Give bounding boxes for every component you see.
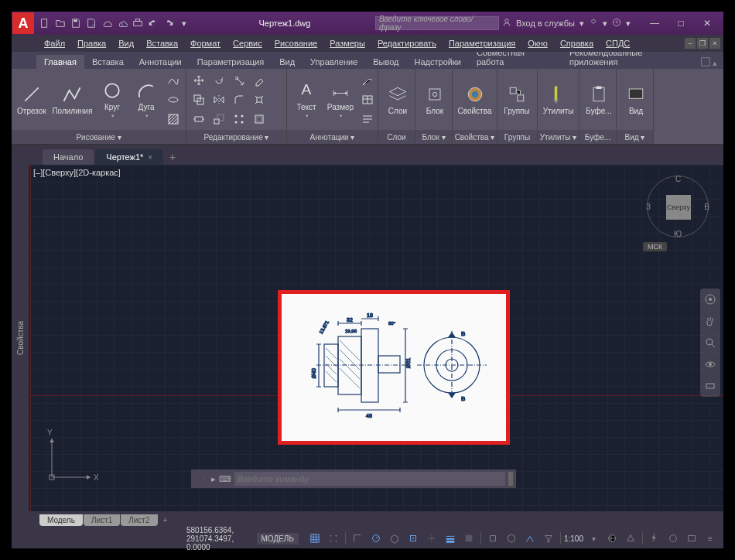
dynamic-ucs-icon[interactable] — [521, 531, 538, 546]
command-line[interactable]: ⋮⋮ ▸ ⌨ — [191, 470, 516, 488]
otrack-icon[interactable] — [423, 531, 440, 546]
selection-filter-icon[interactable] — [540, 531, 557, 546]
menu-dim[interactable]: Размеры — [323, 39, 371, 48]
tab-view[interactable]: Вид — [272, 55, 303, 69]
menu-format[interactable]: Формат — [184, 39, 227, 48]
leader-icon[interactable] — [358, 71, 377, 90]
add-layout-button[interactable]: + — [159, 516, 173, 524]
drawing-canvas[interactable]: [–][Сверху][2D-каркас] С Ю З В Сверху МС… — [29, 165, 723, 511]
tab-layout1[interactable]: Лист1 — [84, 514, 120, 526]
panel-utils-label[interactable]: Утилиты ▾ — [538, 130, 579, 144]
view-button[interactable]: Вид — [620, 82, 652, 117]
ellipse-icon[interactable] — [164, 90, 183, 109]
doc-minimize-button[interactable]: – — [685, 38, 696, 49]
pan-icon[interactable] — [703, 313, 718, 329]
rotate-icon[interactable] — [210, 71, 228, 90]
polar-icon[interactable] — [368, 531, 385, 546]
explode-icon[interactable] — [250, 90, 268, 109]
menu-help[interactable]: Справка — [554, 39, 600, 48]
menu-file[interactable]: Файл — [38, 39, 71, 48]
tab-drawing1[interactable]: Чертеж1*× — [95, 149, 163, 165]
isodraft-icon[interactable] — [386, 531, 403, 546]
spline-icon[interactable] — [164, 71, 183, 90]
model-space-toggle[interactable]: МОДЕЛЬ — [257, 533, 299, 545]
menu-service[interactable]: Сервис — [227, 39, 268, 48]
tab-start[interactable]: Начало — [43, 149, 94, 165]
block-button[interactable]: Блок — [419, 82, 451, 117]
cmdline-resize-handle[interactable] — [508, 472, 513, 486]
arc-button[interactable]: Дуга▾ — [130, 78, 162, 121]
dimension-button[interactable]: Размер▾ — [324, 78, 357, 121]
lineweight-icon[interactable] — [442, 531, 459, 546]
open-icon[interactable] — [53, 16, 67, 30]
tab-param[interactable]: Параметризация — [190, 55, 272, 69]
undo-icon[interactable] — [146, 16, 160, 30]
tab-model[interactable]: Модель — [39, 514, 83, 526]
circle-button[interactable]: Круг▾ — [96, 78, 128, 121]
ucs-label[interactable]: МСК — [643, 242, 667, 251]
steering-wheel-icon[interactable] — [703, 292, 718, 307]
tab-output[interactable]: Вывод — [365, 55, 406, 69]
annotation-monitor-icon[interactable] — [622, 531, 639, 546]
utilities-button[interactable]: Утилиты — [541, 82, 576, 117]
ribbon-collapse-icon[interactable]: ▴ — [713, 58, 717, 68]
cloud-save-icon[interactable] — [115, 16, 129, 30]
panel-edit-label[interactable]: Редактирование ▾ — [186, 130, 286, 144]
login-button[interactable]: Вход в службы — [516, 19, 575, 28]
tab-insert[interactable]: Вставка — [84, 55, 132, 69]
osnap-icon[interactable] — [405, 531, 422, 546]
panel-annot-label[interactable]: Аннотации ▾ — [287, 130, 378, 144]
panel-view-label[interactable]: Вид ▾ — [617, 130, 653, 144]
properties-button[interactable]: Свойства — [456, 82, 494, 117]
groups-button[interactable]: Группы — [501, 82, 533, 117]
orbit-icon[interactable] — [703, 357, 718, 372]
menu-view[interactable]: Вид — [112, 39, 140, 48]
line-button[interactable]: Отрезок — [15, 82, 49, 117]
annotation-scale[interactable]: 1:100 — [564, 534, 583, 543]
trim-icon[interactable] — [230, 71, 248, 90]
maximize-button[interactable]: □ — [668, 14, 694, 32]
table-icon[interactable] — [358, 90, 377, 109]
tab-addins[interactable]: Надстройки — [407, 55, 469, 69]
search-input[interactable]: Введите ключевое слово/фразу — [375, 16, 499, 30]
fillet-icon[interactable] — [230, 90, 248, 109]
array-icon[interactable] — [230, 110, 248, 128]
exchange-icon[interactable] — [589, 18, 598, 29]
3dosnap-icon[interactable] — [503, 531, 520, 546]
tab-close-icon[interactable]: × — [148, 153, 152, 162]
viewcube[interactable]: С Ю З В Сверху МСК — [643, 172, 713, 265]
hardware-accel-icon[interactable] — [646, 531, 663, 546]
polyline-button[interactable]: Полилиния — [50, 82, 94, 117]
properties-palette-tab[interactable]: Свойства — [12, 165, 29, 511]
tab-layout2[interactable]: Лист2 — [121, 514, 157, 526]
viewport-label[interactable]: [–][Сверху][2D-каркас] — [33, 168, 121, 177]
menu-edit[interactable]: Правка — [71, 39, 112, 48]
menu-param[interactable]: Параметризация — [443, 39, 521, 48]
clipboard-button[interactable]: Буфе... — [583, 82, 615, 117]
zoom-icon[interactable] — [703, 335, 718, 350]
mtext-icon[interactable] — [358, 110, 377, 128]
tab-home[interactable]: Главная — [36, 55, 84, 69]
hatch-icon[interactable] — [164, 110, 183, 128]
tab-annotate[interactable]: Аннотации — [132, 55, 190, 69]
user-icon[interactable] — [502, 18, 511, 29]
copy-icon[interactable] — [190, 90, 208, 109]
inserted-image[interactable]: 32 18 19.98 Ø40 Ø61 46 12.871 60° — [278, 290, 510, 445]
cloud-open-icon[interactable] — [100, 16, 114, 30]
command-input[interactable] — [234, 472, 505, 486]
mirror-icon[interactable] — [210, 90, 228, 109]
move-icon[interactable] — [190, 71, 208, 90]
selection-cycling-icon[interactable] — [484, 531, 501, 546]
text-button[interactable]: AТекст▾ — [290, 78, 323, 121]
panel-draw-label[interactable]: Рисование ▾ — [12, 130, 186, 144]
close-button[interactable]: ✕ — [694, 14, 720, 32]
qat-dropdown-icon[interactable]: ▾ — [177, 16, 191, 30]
scale-icon[interactable] — [210, 110, 228, 128]
offset-icon[interactable] — [250, 110, 268, 128]
isolate-icon[interactable] — [665, 531, 682, 546]
menu-insert[interactable]: Вставка — [140, 39, 184, 48]
ortho-icon[interactable] — [349, 531, 366, 546]
coordinates[interactable]: 580156.6364, 291074.3497, 0.0000 — [186, 526, 252, 551]
minimize-button[interactable]: — — [641, 14, 668, 32]
plot-icon[interactable] — [131, 16, 145, 30]
